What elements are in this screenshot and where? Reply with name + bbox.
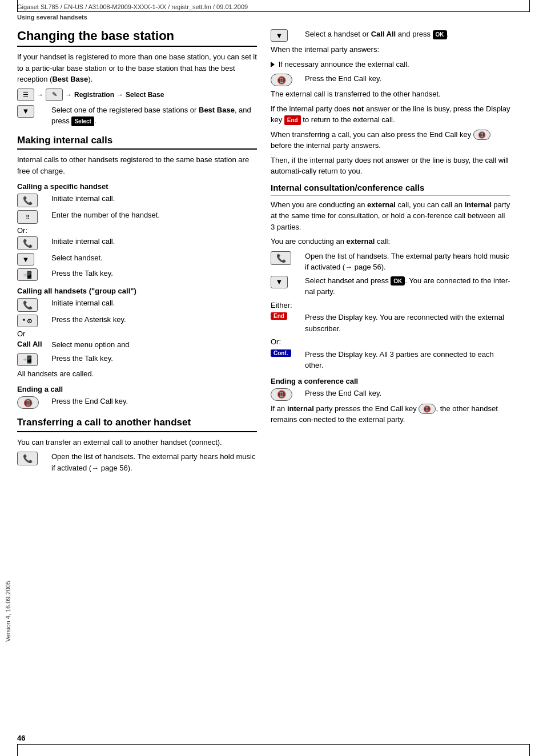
action-open-handsets: 📞 Open the list of handsets. The externa… (17, 451, 257, 473)
ok-key-1: OK (433, 30, 447, 39)
external-bold: external (367, 200, 396, 209)
end-display-text: Press the Display key. You are reconnect… (305, 312, 510, 334)
open-handsets-text: Open the list of handsets. The external … (51, 451, 257, 473)
menu-icon: ☰ (17, 89, 34, 101)
not-answer-text: If the internal party does not answer or… (271, 103, 510, 126)
conf-key: Conf. (271, 349, 291, 357)
h3-specific-handset: Calling a specific handset (17, 182, 257, 191)
conducting-text: You are conducting an external call: (271, 236, 510, 247)
intcall-icon-4: 📞 (17, 452, 38, 465)
bullet-arrow (271, 62, 275, 67)
content-area: Changing the base station If your handse… (0, 23, 547, 493)
intcall-icon-cell-4: 📞 (17, 451, 47, 465)
registration-label: Registration (74, 91, 114, 99)
navdown-icon-cell-2: ▼ (17, 252, 47, 266)
intcall-icon-cell-r: 📞 (271, 251, 300, 265)
endcall-inline-1: 📵 (473, 130, 490, 140)
talk-icon-cell-1: 📲 (17, 268, 47, 281)
version-text: Version 4, 16.09.2005 (5, 581, 11, 642)
navdown-icon-r2: ▼ (271, 276, 288, 288)
conf-key-cell: Conf. (271, 349, 300, 357)
arrow2: → (65, 91, 72, 99)
intcall-icon-3: 📞 (17, 298, 38, 312)
section-conf: Internal consultation/conference calls W… (271, 183, 510, 425)
best-base-bold: Best Base (52, 75, 88, 83)
endcall-icon-cell-r: 📵 (271, 73, 300, 86)
action-end-display: End Press the Display key. You are recon… (271, 312, 510, 334)
intcall-icon-1: 📞 (17, 194, 38, 207)
action-conf-display: Conf. Press the Display key. All 3 parti… (271, 349, 510, 371)
navdown-icon: ▼ (17, 105, 34, 118)
end-key-conf: End (271, 312, 287, 320)
h2-conf: Internal consultation/conference calls (271, 183, 510, 193)
action-callall: Call All Select menu option and (17, 339, 257, 351)
endcall-inline-2: 📵 (419, 404, 436, 414)
end-conf-text: Press the End Call key. (305, 388, 510, 399)
or-text-r: Or: (271, 336, 510, 348)
divider-transfer (17, 431, 257, 432)
talk-icon-1: 📲 (17, 268, 38, 281)
announce-bullet: If necessary announce the external call. (271, 59, 510, 70)
select-key: Select (71, 116, 94, 126)
when-answers-text: When the internal party answers: (271, 44, 510, 55)
action-asterisk: * ⊙ Press the Asterisk key. (17, 314, 257, 327)
action-keypad: ⠿ Enter the number of the handset. (17, 210, 257, 224)
left-column: Changing the base station If your handse… (17, 29, 257, 476)
then-para: Then, if the internal party does not ans… (271, 155, 510, 177)
select-handset-r-text: Select a handset or Call All and press O… (305, 29, 510, 40)
external-bold-2: external (347, 237, 375, 246)
h3-group-call: Calling all handsets ("group call") (17, 287, 257, 295)
right-column: ▼ Select a handset or Call All and press… (271, 29, 510, 476)
navdown-icon-cell: ▼ (17, 104, 47, 118)
arrow1: → (37, 91, 43, 99)
intcall-icon-cell-3: 📞 (17, 297, 47, 312)
h1-changing-base: Changing the base station (17, 29, 257, 43)
internal-bold-2: internal (287, 404, 314, 413)
corner-decoration-tl (17, 0, 18, 11)
all-called-text: All handsets are called. (17, 368, 257, 380)
asterisk-icon: * ⊙ (17, 315, 38, 327)
select-base-label: Select Base (126, 91, 164, 99)
initiate-text-1: Initiate internal call. (51, 193, 257, 204)
navdown-icon-cell-r: ▼ (271, 29, 300, 42)
callall-label-cell: Call All (17, 339, 47, 348)
keypad-icon: ⠿ (17, 210, 38, 224)
action-initiate-2: 📞 Initiate internal call. (17, 236, 257, 250)
select-base-action-text: Select one of the registered base statio… (51, 104, 257, 127)
h3-ending-call: Ending a call (17, 385, 257, 393)
either-text: Either: (271, 300, 510, 311)
action-select-handset-r: ▼ Select a handset or Call All and press… (271, 29, 510, 42)
call-all-bold: Call All (371, 30, 396, 38)
initiate-text-2: Initiate internal call. (51, 236, 257, 247)
ok-key-2: OK (391, 276, 405, 285)
internal-bold: internal (465, 200, 492, 209)
corner-decoration-br (529, 745, 530, 756)
hline-top (17, 11, 530, 12)
talk-text-2: Press the Talk key. (51, 353, 257, 364)
or-text-2: Or (17, 329, 257, 338)
conf-display-text: Press the Display key. All 3 parties are… (305, 349, 510, 371)
arrow3: → (116, 91, 123, 99)
para-transfer-intro: You can transfer an external call to ano… (17, 437, 257, 448)
action-end-1: 📵 Press the End Call key. (17, 396, 257, 409)
endcall-icon-cell-conf: 📵 (271, 388, 300, 401)
page: Gigaset SL785 / EN-US / A31008-M2009-XXX… (0, 0, 547, 756)
end-text-1: Press the End Call key. (51, 396, 257, 407)
action-talk-1: 📲 Press the Talk key. (17, 268, 257, 281)
divider-internal (17, 148, 257, 150)
script-icon: ✎ (46, 89, 63, 101)
endcall-icon-1: 📵 (17, 396, 39, 409)
action-open-handsets-r: 📞 Open the list of handsets. The externa… (271, 251, 510, 273)
transfer-end-para: When transferring a call, you can also p… (271, 129, 510, 151)
or-text-1: Or: (17, 226, 257, 235)
callall-label: Call All (17, 340, 42, 348)
action-initiate-3: 📞 Initiate internal call. (17, 297, 257, 312)
divider-changing-base (17, 46, 257, 47)
callall-action-text: Select menu option and (51, 339, 257, 351)
transfer-result-text: The external call is transferred to the … (271, 89, 510, 100)
transfer-continued: ▼ Select a handset or Call All and press… (271, 29, 510, 177)
internal-end-text: If an internal party presses the End Cal… (271, 403, 510, 425)
announce-text: If necessary announce the external call. (279, 60, 409, 69)
end-key-cell: End (271, 312, 300, 320)
select-base-text1: Select one of the registered base statio… (51, 106, 199, 114)
